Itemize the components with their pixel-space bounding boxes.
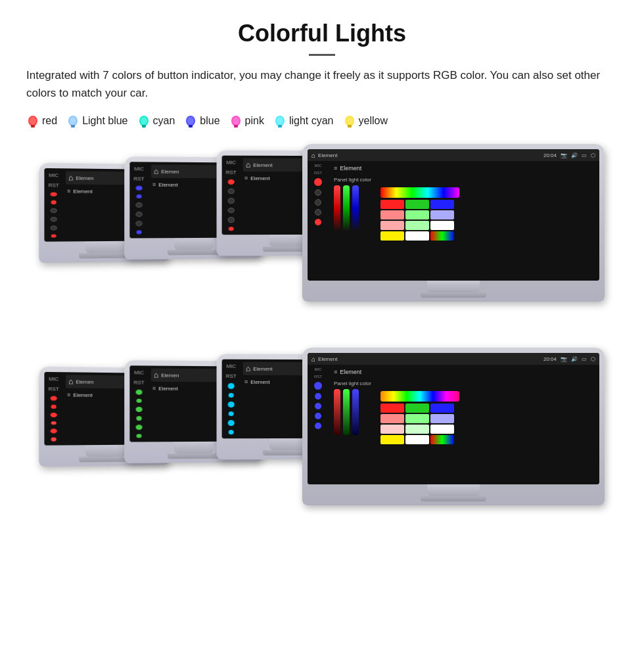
pink-bulb-icon <box>229 112 242 129</box>
svg-rect-10 <box>189 125 193 127</box>
device-group-bottom: MIC RST ⌂ <box>26 348 618 532</box>
color-label-lightblue: Light blue <box>82 115 127 127</box>
color-indicator-row: red Light blue cyan blue <box>26 112 618 129</box>
svg-point-14 <box>233 117 239 125</box>
svg-rect-13 <box>234 125 238 127</box>
svg-point-17 <box>277 117 283 125</box>
color-label-lightcyan: light cyan <box>289 115 334 127</box>
color-label-yellow: yellow <box>359 115 388 127</box>
lightcyan-bulb-icon <box>273 112 287 129</box>
svg-point-20 <box>346 117 353 125</box>
device-b4-main: ⌂ Element 20:04 📷 🔊 ▭ ⬡ <box>302 348 605 505</box>
lightblue-bulb-icon <box>66 112 80 129</box>
color-label-cyan: cyan <box>153 115 175 127</box>
svg-point-8 <box>141 117 147 125</box>
color-item-yellow: yellow <box>343 112 388 129</box>
svg-rect-1 <box>31 125 35 127</box>
color-item-red: red <box>26 112 57 129</box>
color-item-lightcyan: light cyan <box>273 112 334 129</box>
svg-rect-4 <box>71 125 75 127</box>
device-stack-bottom: MIC RST ⌂ <box>39 348 605 532</box>
red-bulb-icon <box>26 112 39 129</box>
svg-point-5 <box>70 117 76 125</box>
color-label-red: red <box>42 115 57 127</box>
color-item-lightblue: Light blue <box>66 112 127 129</box>
color-item-pink: pink <box>229 112 264 129</box>
color-item-cyan: cyan <box>137 112 175 129</box>
svg-rect-16 <box>278 125 282 127</box>
svg-point-2 <box>30 117 36 125</box>
svg-rect-19 <box>348 125 352 127</box>
device-group-top: MIC RST ⌂ <box>26 144 618 328</box>
device-stack-top: MIC RST ⌂ <box>39 144 605 328</box>
blue-bulb-icon <box>184 112 197 129</box>
cyan-bulb-icon <box>137 112 150 129</box>
color-label-pink: pink <box>245 115 264 127</box>
device-4-main: ⌂ Element 20:04 📷 🔊 ▭ ⬡ <box>302 144 605 302</box>
color-label-blue: blue <box>200 115 219 127</box>
page-title: Colorful Lights <box>26 20 618 47</box>
title-divider <box>309 54 335 56</box>
svg-rect-7 <box>142 125 146 127</box>
color-item-blue: blue <box>184 112 219 129</box>
yellow-bulb-icon <box>343 112 356 129</box>
svg-point-11 <box>187 117 194 125</box>
page-container: Colorful Lights Integrated with 7 colors… <box>0 0 644 565</box>
description-text: Integrated with 7 colors of button indic… <box>26 66 618 102</box>
